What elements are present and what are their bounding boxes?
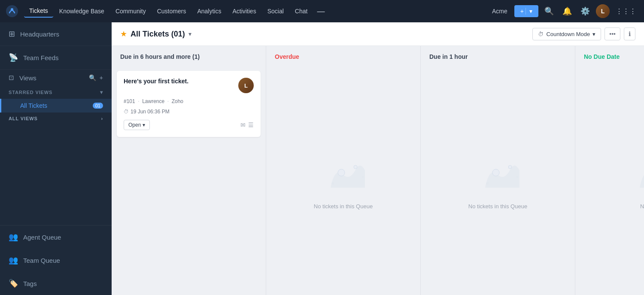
nav-chat[interactable]: Chat: [290, 5, 313, 17]
email-icon[interactable]: ✉: [240, 122, 246, 128]
tags-label: Tags: [23, 280, 37, 287]
column-due-1h: Due in 1 hour No tickets in this Queue: [421, 46, 575, 295]
more-options-button[interactable]: •••: [605, 27, 620, 40]
ticket-title: Here's your first ticket.: [124, 78, 238, 85]
overdue-empty-state: No tickets in this Queue: [271, 71, 415, 292]
time-icon: ⏱: [124, 109, 129, 115]
due-1h-empty-state: No tickets in this Queue: [426, 71, 570, 292]
info-button[interactable]: ℹ: [624, 27, 635, 40]
sidebar-views-row[interactable]: ⊡ Views 🔍 +: [0, 70, 112, 86]
all-views-arrow: ›: [101, 116, 103, 121]
column-due-6h-title: Due in 6 hours and more (1): [120, 53, 200, 60]
column-no-due-date: No Due Date No tickets: [575, 46, 644, 295]
page-title: All Tickets (01): [131, 30, 185, 39]
content-header: ★ All Tickets (01) ▾ ⏱ Countdown Mode ▾ …: [112, 22, 644, 46]
sidebar: ⊞ Headquarters 📡 Team Feeds ⊡ Views 🔍 + …: [0, 22, 112, 295]
ticket-card-header: Here's your first ticket. L: [124, 78, 254, 93]
svg-point-6: [492, 169, 499, 176]
column-due-1h-title: Due in 1 hour: [429, 53, 468, 60]
main-content: ★ All Tickets (01) ▾ ⏱ Countdown Mode ▾ …: [112, 22, 644, 295]
notifications-icon[interactable]: 🔔: [560, 4, 574, 18]
svg-point-7: [508, 165, 512, 169]
overdue-empty-text: No tickets in this Queue: [314, 203, 373, 210]
sidebar-item-tags[interactable]: 🏷️ Tags: [0, 272, 112, 295]
ticket-footer: Open ▾ ✉ ☰: [124, 120, 254, 130]
headquarters-label: Headquarters: [20, 30, 59, 38]
nav-analytics[interactable]: Analytics: [192, 5, 226, 17]
sidebar-item-team-feeds[interactable]: 📡 Team Feeds: [0, 46, 112, 70]
views-icon: ⊡: [9, 74, 14, 82]
search-views-icon[interactable]: 🔍: [89, 74, 96, 81]
column-due-1h-body: No tickets in this Queue: [421, 67, 575, 295]
due-1h-empty-text: No tickets in this Queue: [468, 203, 527, 210]
team-queue-icon: 👥: [9, 255, 18, 265]
empty-illustration-nodue: [627, 153, 644, 196]
all-views-label: ALL VIEWS: [9, 116, 38, 121]
title-dropdown-arrow[interactable]: ▾: [188, 30, 191, 37]
countdown-dropdown-arrow: ▾: [592, 31, 595, 37]
column-overdue: Overdue No tickets in this Queue: [266, 46, 421, 295]
starred-views-label: STARRED VIEWS: [9, 90, 52, 95]
meta-dot-1: ·: [138, 97, 140, 105]
nav-activities[interactable]: Activities: [227, 5, 261, 17]
views-label: Views: [19, 74, 36, 82]
header-right: ⏱ Countdown Mode ▾ ••• ℹ: [532, 27, 635, 40]
ticket-assignee-name: Lawrence: [142, 98, 164, 104]
ticket-status-button[interactable]: Open ▾: [124, 120, 150, 130]
new-button[interactable]: + ▾: [514, 5, 538, 17]
nav-community[interactable]: Community: [110, 5, 151, 17]
app-logo[interactable]: [5, 4, 19, 18]
ticket-timestamp: 19 Jun 06:36 PM: [131, 109, 170, 115]
add-view-icon[interactable]: +: [100, 74, 103, 81]
empty-illustration-overdue: [318, 153, 369, 196]
settings-icon[interactable]: ⚙️: [578, 4, 592, 18]
tags-icon: 🏷️: [9, 279, 18, 288]
avatar-image: L: [596, 4, 610, 18]
all-views-row[interactable]: ALL VIEWS ›: [0, 113, 112, 125]
search-icon[interactable]: 🔍: [542, 4, 556, 18]
nav-customers[interactable]: Customers: [152, 5, 191, 17]
ticket-assignee-avatar: L: [238, 78, 254, 93]
all-tickets-badge: 01: [93, 103, 103, 109]
starred-views-header[interactable]: STARRED VIEWS ▾: [0, 86, 112, 99]
column-due-6h-header: Due in 6 hours and more (1): [112, 46, 266, 67]
kanban-board: Due in 6 hours and more (1) Here's your …: [112, 46, 644, 295]
sidebar-item-agent-queue[interactable]: 👥 Agent Queue: [0, 225, 112, 249]
ticket-id: #101: [124, 98, 135, 104]
nav-more[interactable]: —: [313, 4, 328, 18]
grid-icon[interactable]: ⋮⋮⋮: [613, 5, 639, 18]
svg-point-0: [6, 5, 18, 17]
svg-point-8: [486, 182, 489, 185]
column-no-due-date-title: No Due Date: [584, 53, 620, 60]
list-icon[interactable]: ☰: [248, 122, 254, 128]
new-dropdown-arrow[interactable]: ▾: [526, 8, 532, 15]
column-due-6h-body: Here's your first ticket. L #101 · Lawre…: [112, 67, 266, 295]
svg-point-9: [516, 176, 518, 178]
all-tickets-label: All Tickets: [20, 102, 47, 109]
ticket-action-icons: ✉ ☰: [240, 122, 254, 128]
brand-name: Acme: [489, 8, 511, 15]
user-avatar[interactable]: L: [596, 4, 610, 18]
ticket-card-101[interactable]: Here's your first ticket. L #101 · Lawre…: [117, 71, 261, 137]
status-dropdown-icon: ▾: [143, 122, 145, 128]
countdown-mode-button[interactable]: ⏱ Countdown Mode ▾: [532, 28, 601, 40]
nav-tickets[interactable]: Tickets: [24, 5, 53, 18]
clock-icon: ⏱: [538, 31, 544, 37]
sidebar-item-headquarters[interactable]: ⊞ Headquarters: [0, 22, 112, 46]
nav-actions: Acme + ▾ 🔍 🔔 ⚙️ L ⋮⋮⋮: [489, 4, 639, 18]
nav-items: Tickets Knowledge Base Community Custome…: [24, 4, 487, 18]
starred-views-chevron: ▾: [100, 89, 103, 95]
nav-knowledge-base[interactable]: Knowledge Base: [54, 5, 109, 17]
headquarters-icon: ⊞: [9, 29, 15, 39]
column-overdue-body: No tickets in this Queue: [266, 67, 420, 295]
agent-queue-label: Agent Queue: [23, 234, 61, 241]
favorite-star-icon[interactable]: ★: [120, 29, 127, 39]
view-item-all-tickets[interactable]: All Tickets 01: [0, 99, 112, 113]
sidebar-item-team-queue[interactable]: 👥 Team Queue: [0, 249, 112, 272]
nav-social[interactable]: Social: [262, 5, 289, 17]
top-navigation: Tickets Knowledge Base Community Custome…: [0, 0, 644, 22]
column-due-1h-header: Due in 1 hour: [421, 46, 575, 67]
agent-queue-icon: 👥: [9, 232, 18, 242]
svg-point-1: [11, 8, 13, 11]
team-feeds-icon: 📡: [9, 53, 18, 62]
